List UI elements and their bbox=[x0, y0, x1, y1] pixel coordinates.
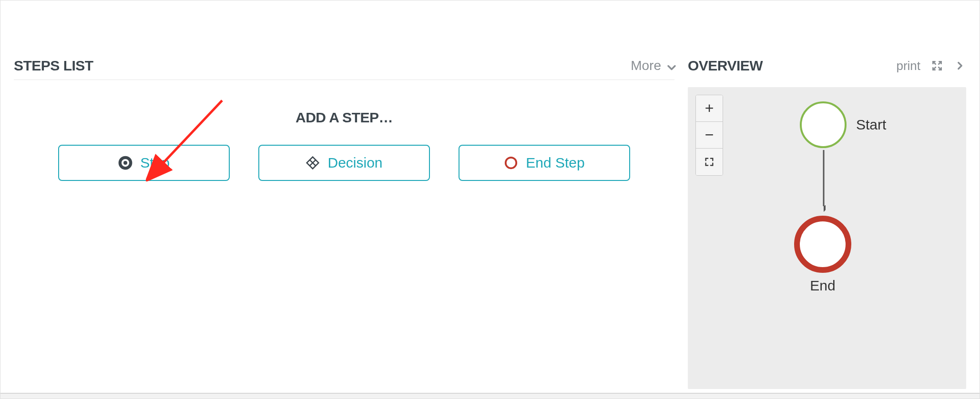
overview-toolbar: print bbox=[896, 59, 966, 73]
flow-diagram: Start End bbox=[766, 97, 909, 354]
steps-list-title: STEPS LIST bbox=[14, 58, 93, 74]
add-step-heading: ADD A STEP… bbox=[14, 110, 674, 126]
start-node[interactable]: Start bbox=[800, 101, 886, 148]
overview-header: OVERVIEW print bbox=[688, 58, 966, 79]
overview-canvas[interactable]: + − Start bbox=[688, 87, 966, 389]
chevron-right-icon[interactable] bbox=[954, 60, 966, 72]
overview-title: OVERVIEW bbox=[688, 58, 763, 74]
end-step-circle-icon bbox=[504, 156, 518, 170]
fit-to-screen-button[interactable] bbox=[696, 149, 723, 175]
add-end-step-button[interactable]: End Step bbox=[459, 145, 630, 181]
end-node-label: End bbox=[794, 278, 851, 294]
add-step-button-row: Step Decision End Step bbox=[14, 145, 674, 181]
add-decision-button[interactable]: Decision bbox=[258, 145, 430, 181]
zoom-controls: + − bbox=[695, 95, 723, 176]
step-circle-icon bbox=[118, 156, 133, 170]
steps-list-panel: STEPS LIST More ADD A STEP… Step bbox=[0, 0, 688, 399]
svg-point-1 bbox=[123, 161, 127, 165]
more-dropdown[interactable]: More bbox=[631, 58, 674, 73]
add-end-step-button-label: End Step bbox=[526, 155, 584, 171]
zoom-out-button[interactable]: − bbox=[696, 122, 723, 149]
decision-diamond-icon bbox=[306, 156, 320, 170]
start-node-label: Start bbox=[856, 117, 886, 133]
end-node[interactable]: End bbox=[794, 216, 851, 294]
end-node-circle-icon bbox=[794, 216, 851, 273]
bottom-strip bbox=[0, 393, 980, 399]
start-node-circle-icon bbox=[800, 101, 847, 148]
print-link[interactable]: print bbox=[896, 59, 920, 73]
chevron-down-icon bbox=[665, 61, 674, 70]
fullscreen-corners-icon bbox=[704, 157, 715, 167]
svg-point-5 bbox=[506, 158, 517, 169]
more-dropdown-label: More bbox=[631, 58, 661, 73]
add-decision-button-label: Decision bbox=[327, 155, 382, 171]
zoom-in-button[interactable]: + bbox=[696, 95, 723, 122]
flow-connector-icon bbox=[822, 150, 826, 212]
overview-panel: OVERVIEW print bbox=[688, 0, 980, 399]
expand-icon[interactable] bbox=[931, 60, 943, 72]
add-step-button-label: Step bbox=[140, 155, 170, 171]
add-step-button[interactable]: Step bbox=[58, 145, 230, 181]
steps-list-header: STEPS LIST More bbox=[14, 58, 674, 80]
